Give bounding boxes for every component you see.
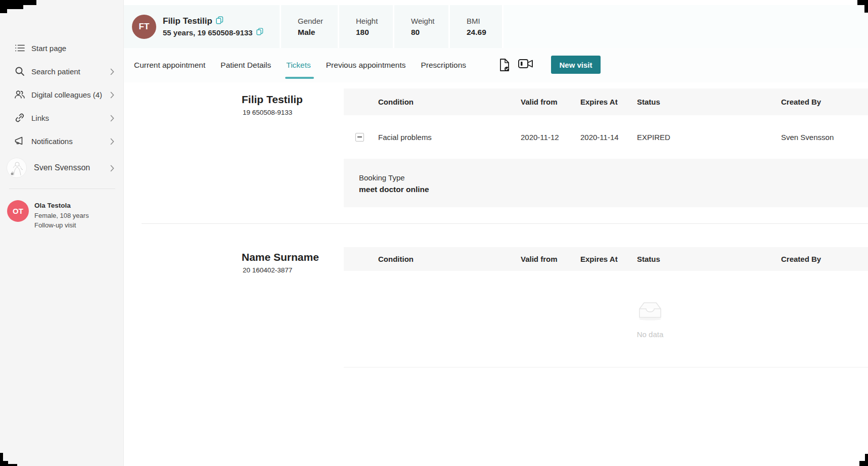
tickets-table: Condition Valid from Expires At Status C… [344,88,868,207]
document-check-icon[interactable] [498,58,511,73]
screen-corner [857,0,868,5]
sidebar-item-search-patient[interactable]: Search patient [0,60,123,83]
current-patient-visit-type: Follow-up visit [34,220,89,230]
table-header-row: Condition Valid from Expires At Status C… [344,88,868,115]
tickets-table-empty: Condition Valid from Expires At Status C… [344,247,868,271]
sidebar-user-menu[interactable]: Sven Svensson [0,153,123,183]
chevron-right-icon [110,91,114,98]
sidebar: Start page Search patient Digital collea… [0,0,124,466]
section-patient-name: Name Surname [242,251,319,263]
patient-header: FT Filip Testilip 55 years, 19 650508-91… [124,5,868,48]
col-created-by: Created By [781,98,868,106]
current-patient-card[interactable]: OT Ola Testola Female, 108 years Follow-… [0,194,123,230]
patient-tabs-bar: Current appointment Patient Details Tick… [124,48,868,82]
chevron-right-icon [110,68,114,75]
section-patient-id: 20 160402-3877 [243,266,292,274]
screen-corner [864,5,868,13]
stat-label: Gender [298,16,338,27]
current-patient-name: Ola Testola [34,201,89,211]
table-header-row: Condition Valid from Expires At Status C… [344,247,868,271]
no-data-icon [635,300,665,321]
section-patient-id: 19 650508-9133 [243,109,292,116]
cell-created-by: Sven Svensson [781,133,868,142]
tab-patient-details[interactable]: Patient Details [220,58,271,73]
copy-icon[interactable] [216,16,223,26]
screen-corner [865,454,868,462]
screen-corner [0,5,23,9]
detail-label: Booking Type [359,172,868,183]
sidebar-item-label: Search patient [31,67,80,76]
empty-state: No data [610,300,691,339]
sidebar-item-label: Notifications [31,137,73,146]
stat-bmi: BMI 24.69 [450,5,502,48]
col-valid-from: Valid from [521,255,580,263]
sidebar-item-notifications[interactable]: Notifications [0,129,123,153]
tab-previous-appointments[interactable]: Previous appointments [326,58,406,73]
tab-tickets[interactable]: Tickets [286,58,311,73]
col-status: Status [637,98,781,106]
doctor-avatar [7,158,27,178]
detail-value: meet doctor online [359,183,868,196]
sidebar-item-links[interactable]: Links [0,106,123,129]
app-window: Start page Search patient Digital collea… [0,0,868,466]
cell-condition: Facial problems [378,133,521,142]
stat-value: Male [298,27,338,38]
chevron-right-icon [110,138,114,145]
sidebar-item-digital-colleagues[interactable]: Digital colleagues (4) [0,83,123,106]
screen-corner [0,0,36,5]
sidebar-item-label: Links [31,114,49,122]
stat-label: Weight [411,16,448,27]
sidebar-item-label: Start page [31,44,66,53]
col-created-by: Created By [781,255,868,263]
avatar: OT [7,200,29,222]
no-data-text: No data [610,330,691,339]
stat-value: 24.69 [467,27,502,38]
cell-expires-at: 2020-11-14 [580,133,637,142]
screen-corner [0,9,7,13]
screen-corner [7,464,17,466]
table-row[interactable]: Facial problems 2020-11-12 2020-11-14 EX… [344,115,868,159]
col-status: Status [637,255,781,263]
collapse-row-button[interactable] [355,133,364,142]
col-valid-from: Valid from [521,98,580,106]
people-icon [14,89,25,100]
new-visit-button[interactable]: New visit [551,56,601,74]
current-patient-demographics: Female, 108 years [34,211,89,220]
search-icon [14,66,25,77]
stat-label: Height [356,16,393,27]
copy-icon[interactable] [256,28,263,37]
tickets-content: Filip Testilip 19 650508-9133 Condition … [124,82,868,466]
col-expires-at: Expires At [580,255,637,263]
list-icon [14,42,25,54]
col-expires-at: Expires At [580,98,637,106]
chevron-right-icon [110,165,114,171]
sidebar-user-name: Sven Svensson [34,163,90,172]
stat-height: Height 180 [339,5,393,48]
patient-header-spacer [504,5,868,48]
stat-label: BMI [467,16,502,27]
patient-name: Filip Testilip [163,15,212,27]
patient-summary-card: FT Filip Testilip 55 years, 19 650508-91… [124,5,280,48]
sidebar-item-label: Digital colleagues (4) [31,90,102,99]
patient-age-id: 55 years, 19 650508-9133 [163,27,253,38]
stat-gender: Gender Male [281,5,338,48]
table-bottom-divider [344,367,868,367]
stat-value: 80 [411,27,448,38]
section-patient-name: Filip Testilip [242,94,303,106]
link-icon [14,112,25,123]
tab-current-appointment[interactable]: Current appointment [134,58,205,73]
cell-valid-from: 2020-11-12 [521,133,580,142]
sidebar-item-start-page[interactable]: Start page [0,36,123,60]
video-camera-icon[interactable] [518,58,534,73]
stat-value: 180 [356,27,393,38]
section-divider [142,223,868,224]
stat-weight: Weight 80 [394,5,448,48]
row-detail-panel: Booking Type meet doctor online [344,159,868,207]
avatar: FT [132,15,156,39]
cell-status: EXPIRED [637,133,781,142]
tab-prescriptions[interactable]: Prescriptions [421,58,466,73]
col-condition: Condition [378,98,521,106]
megaphone-icon [14,135,25,147]
sidebar-divider [9,189,115,189]
chevron-right-icon [110,115,114,121]
